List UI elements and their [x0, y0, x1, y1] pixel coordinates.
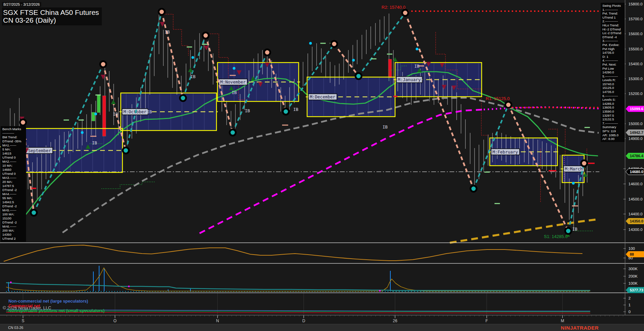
cot-legend-item: Commercial net [8, 304, 105, 308]
svg-text:R2: 15740.0: R2: 15740.0 [382, 5, 406, 10]
svg-text:S1: 14285.0: S1: 14285.0 [544, 234, 568, 239]
swing-pivots-line: DTrend -4 [602, 35, 624, 39]
bench-marks-line: ----------- [2, 131, 25, 135]
bench-marks-line: 15100 [2, 216, 25, 220]
swing-pivots-line: Swing Pivots [602, 4, 624, 8]
bench-marks-line: MA2.------ [2, 160, 25, 164]
bench-marks-line: DTrend -2 [2, 204, 25, 208]
swing-pivots-line: AR: 1085.0 [602, 133, 624, 137]
swing-pivots-line: 2.------------ [602, 19, 624, 23]
bench-marks-line: MA5.------ [2, 208, 25, 212]
bench-marks-line: 100 MA: [2, 212, 25, 216]
ninjatrader-chart-window: 8/27/2025 - 3/12/2026 SGX FTSE China A50… [0, 0, 644, 331]
status-bar: CN 03-26 NINJATRADER [0, 324, 644, 331]
bench-marks-line: 14615 [2, 151, 25, 156]
bench-marks-line: DTrend -35% [2, 139, 25, 143]
swing-pivots-line: Summary [602, 125, 624, 129]
swing-pivots-line: SP's: 119 [602, 129, 624, 133]
swing-pivots-line: 14285.0 [602, 102, 624, 106]
svg-text:M:December: M:December [310, 94, 336, 99]
bench-marks-line: UTrend 0 [2, 172, 25, 176]
swing-pivots-line: Pvt. Next: [602, 63, 624, 67]
time-axis[interactable] [0, 315, 625, 324]
swing-pivots-line: 13590.0 [602, 110, 624, 114]
swing-pivots-line: 6.------------ [602, 94, 624, 98]
swing-pivots-line: Lo:-2 DTrend [602, 31, 624, 35]
bench-marks-line: DTrend -2 [2, 188, 25, 192]
bench-marks-line: BM Trend: [2, 135, 25, 139]
swing-pivots-line: Levels R: [602, 78, 624, 82]
svg-text:R1: 15125.0: R1: 15125.0 [486, 96, 510, 101]
swing-pivots-line: 15740.0 [602, 82, 624, 86]
chart-title-line1: SGX FTSE China A50 Futures [3, 8, 99, 16]
svg-text:M:February: M:February [492, 149, 518, 155]
bench-marks-line: MA4.------ [2, 192, 25, 196]
swing-pivots-line: Levels S: [602, 98, 624, 102]
svg-text:IB: IB [572, 227, 577, 232]
swing-pivots-line: AF: 8.00 [602, 137, 624, 141]
swing-pivots-line: Pvt. Trend: [602, 11, 624, 16]
swing-pivots-line: D: 1 [602, 55, 624, 59]
svg-text:M:March: M:March [565, 166, 583, 171]
svg-text:IB: IB [293, 107, 298, 112]
svg-text:M:January: M:January [398, 77, 421, 82]
svg-text:IB: IB [232, 90, 237, 95]
main-chart-canvas[interactable]: R2: 15740.0R1: 15125.0S1: 14285.0M:Septe… [0, 0, 644, 324]
bench-marks-line: 200 MA: [2, 229, 25, 233]
svg-text:IB: IB [245, 108, 250, 113]
bench-marks-line: 14660 [2, 168, 25, 172]
chart-title: SGX FTSE China A50 Futures CN 03-26 (Dai… [2, 7, 102, 25]
chart-header: 8/27/2025 - 3/12/2026 SGX FTSE China A50… [2, 1, 102, 25]
swing-pivots-line: 13132.5 [602, 117, 624, 121]
bench-marks-line: 5 MA: [2, 147, 25, 151]
swing-pivots-line: UTrend 1 [602, 16, 624, 20]
bench-marks-line: Bench Marks [2, 127, 25, 131]
swing-pivots-line: 7.------------ [602, 121, 624, 125]
cot-legend: Non-commercial net (large speculators)Co… [8, 299, 105, 313]
swing-pivots-line: 3.------------ [602, 39, 624, 43]
swing-pivots-line: Pvt Low [602, 67, 624, 71]
svg-text:IB: IB [414, 64, 419, 69]
date-range-label: 8/27/2025 - 3/12/2026 [2, 2, 41, 7]
swing-pivots-line: 4.------------ [602, 58, 624, 63]
bench-marks-line: MA3.------ [2, 176, 25, 180]
instrument-label: CN 03-26 [8, 326, 23, 330]
cot-legend-item: Nonreportable positions net (small specu… [8, 308, 105, 313]
chart-title-line2: CN 03-26 (Daily) [3, 16, 99, 24]
price-axis[interactable] [625, 0, 644, 315]
svg-text:IB: IB [165, 29, 170, 34]
ninjatrader-logo: NINJATRADER [561, 325, 599, 331]
bench-marks-line: 14787.5 [2, 184, 25, 188]
swing-pivots-line: 14735.0 [602, 51, 624, 55]
swing-pivots-line: 1.------------ [602, 8, 624, 12]
swing-pivots-line: 13605.0 [602, 105, 624, 110]
swing-pivots-line: 15125.0 [602, 86, 624, 90]
bench-marks-line: UTrend 2 [2, 237, 25, 241]
bench-marks-line: 14942.5 [2, 200, 25, 204]
swing-pivots-line: Pvt. Evolve: [602, 43, 624, 47]
bench-marks-line: MA1.------ [2, 143, 25, 147]
bench-marks-panel: Bench Marks-----------BM Trend:DTrend -3… [1, 126, 26, 242]
svg-text:IB: IB [147, 109, 152, 114]
svg-text:IB: IB [113, 112, 118, 117]
swing-pivots-panel: Swing Pivots1.------------Pvt. Trend:UTr… [601, 3, 625, 142]
bench-marks-line: UTrend 0 [2, 156, 25, 160]
swing-pivots-line: 14290.0 [602, 70, 624, 74]
bench-marks-line: MA6.------ [2, 224, 25, 229]
swing-pivots-line: HiLo Trend: [602, 23, 624, 27]
svg-text:M:October: M:October [123, 109, 146, 114]
swing-pivots-line: 13297.5 [602, 114, 624, 118]
cot-legend-item: Non-commercial net (large speculators) [8, 299, 105, 304]
bench-marks-line: 20 MA: [2, 180, 25, 184]
bench-marks-line: DTrend -2 [2, 220, 25, 224]
svg-text:M:November: M:November [220, 79, 246, 85]
swing-pivots-line: Pvt High [602, 47, 624, 51]
svg-text:IB: IB [92, 140, 97, 145]
svg-text:IB: IB [383, 124, 388, 129]
svg-text:IB: IB [190, 74, 196, 79]
swing-pivots-line: 14735.0 [602, 90, 624, 94]
swing-pivots-line: 5.------------ [602, 74, 624, 78]
bench-marks-line: 10 MA: [2, 164, 25, 168]
bench-marks-line: 55 MA: [2, 196, 25, 200]
bench-marks-line: 14350 [2, 233, 25, 237]
